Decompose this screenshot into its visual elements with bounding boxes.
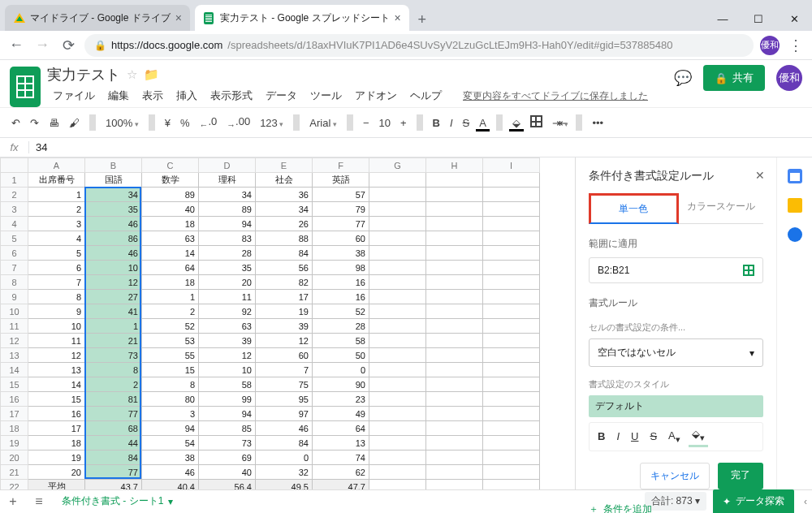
cell[interactable] [369, 480, 426, 490]
cell[interactable] [426, 231, 483, 246]
menu-view[interactable]: 表示 [136, 86, 169, 106]
cell[interactable]: 73 [85, 348, 142, 363]
cf-condition-dropdown[interactable]: 空白ではないセル ▾ [589, 338, 763, 367]
cell[interactable] [369, 363, 426, 377]
cell[interactable]: 64 [142, 261, 199, 275]
cell[interactable]: 58 [199, 377, 256, 392]
menu-format[interactable]: 表示形式 [205, 86, 258, 106]
row-header[interactable]: 11 [1, 319, 28, 334]
cell[interactable]: 84 [256, 246, 313, 261]
cell[interactable]: 54 [142, 436, 199, 450]
cell[interactable] [369, 188, 426, 202]
calendar-icon[interactable] [788, 169, 802, 183]
cell[interactable]: 38 [142, 450, 199, 465]
font-size-value[interactable]: 10 [375, 114, 393, 132]
cell[interactable] [426, 421, 483, 436]
column-header[interactable]: A [28, 158, 85, 173]
cell[interactable]: 11 [199, 290, 256, 304]
cell[interactable]: 69 [199, 450, 256, 465]
bold-button[interactable]: B [430, 114, 443, 132]
cell[interactable] [426, 319, 483, 334]
column-header[interactable]: F [313, 158, 369, 173]
cell[interactable] [483, 348, 540, 363]
header-cell[interactable]: 社会 [256, 173, 313, 188]
cf-range-input[interactable]: B2:B21 [589, 257, 763, 283]
cell[interactable] [369, 407, 426, 421]
spreadsheet-grid[interactable]: ABCDEFGHI1出席番号国語数学理科社会英語2134893436573235… [0, 157, 575, 489]
row-header[interactable]: 15 [1, 377, 28, 392]
cell[interactable]: 13 [28, 363, 85, 377]
header-cell[interactable]: 英語 [313, 173, 369, 188]
cell[interactable]: 89 [142, 188, 199, 202]
cell[interactable] [483, 480, 540, 490]
number-format-dropdown[interactable]: 123 [257, 114, 287, 132]
menu-addons[interactable]: アドオン [349, 86, 403, 106]
row-header[interactable]: 13 [1, 348, 28, 363]
cell[interactable]: 34 [256, 202, 313, 217]
undo-button[interactable]: ↶ [8, 114, 24, 132]
cell[interactable]: 1 [28, 188, 85, 202]
cell[interactable]: 17 [256, 290, 313, 304]
row-header[interactable]: 6 [1, 246, 28, 261]
cell[interactable]: 16 [28, 407, 85, 421]
cell[interactable]: 34 [85, 188, 142, 202]
cell[interactable] [483, 202, 540, 217]
cell[interactable]: 20 [28, 465, 85, 480]
cell[interactable] [483, 261, 540, 275]
close-panel-button[interactable]: ✕ [755, 169, 765, 182]
cell[interactable]: 2 [142, 304, 199, 319]
sheet-tab[interactable]: 条件付き書式 - シート1 ▾ [52, 489, 183, 513]
font-size-decrease[interactable]: − [360, 114, 373, 132]
cell[interactable]: 16 [313, 290, 369, 304]
cell[interactable]: 15 [142, 363, 199, 377]
cell[interactable]: 27 [85, 290, 142, 304]
cell[interactable]: 26 [256, 217, 313, 231]
cell[interactable]: 35 [85, 202, 142, 217]
cell[interactable] [369, 377, 426, 392]
minimize-button[interactable]: — [705, 6, 741, 31]
row-header[interactable]: 8 [1, 275, 28, 290]
cell[interactable] [369, 261, 426, 275]
cell[interactable]: 14 [142, 246, 199, 261]
cell[interactable]: 57 [313, 188, 369, 202]
menu-help[interactable]: ヘルプ [404, 86, 447, 106]
cell[interactable]: 49.5 [256, 480, 313, 490]
cell[interactable]: 92 [199, 304, 256, 319]
cell[interactable]: 43.7 [85, 480, 142, 490]
cell[interactable]: 1 [142, 290, 199, 304]
cell[interactable]: 44 [85, 436, 142, 450]
cell[interactable] [369, 421, 426, 436]
cell[interactable]: 46 [256, 421, 313, 436]
cell[interactable]: 23 [313, 392, 369, 407]
cell[interactable]: 90 [313, 377, 369, 392]
close-window-button[interactable]: ✕ [776, 6, 812, 31]
cell[interactable]: 49 [313, 407, 369, 421]
row-header[interactable]: 1 [1, 173, 28, 188]
cell[interactable]: 10 [199, 363, 256, 377]
cell[interactable] [426, 392, 483, 407]
cell[interactable]: 19 [28, 450, 85, 465]
cell[interactable] [369, 217, 426, 231]
row-header[interactable]: 14 [1, 363, 28, 377]
share-button[interactable]: 🔒 共有 [703, 65, 765, 91]
cell[interactable] [483, 407, 540, 421]
cell[interactable] [483, 377, 540, 392]
cell[interactable] [426, 348, 483, 363]
cell[interactable]: 12 [199, 348, 256, 363]
row-header[interactable]: 17 [1, 407, 28, 421]
cell[interactable]: 9 [28, 304, 85, 319]
cf-tab-single-color[interactable]: 単一色 [589, 193, 679, 224]
cell[interactable]: 60 [256, 348, 313, 363]
cell[interactable]: 58 [313, 334, 369, 348]
column-header[interactable]: H [426, 158, 483, 173]
cell[interactable]: 89 [199, 202, 256, 217]
cf-cancel-button[interactable]: キャンセル [640, 463, 710, 489]
cell[interactable] [369, 275, 426, 290]
header-cell[interactable]: 国語 [85, 173, 142, 188]
cell[interactable]: 12 [256, 334, 313, 348]
browser-tab-sheets[interactable]: 実力テスト - Google スプレッドシート × [195, 5, 409, 31]
cell[interactable]: 84 [256, 436, 313, 450]
cell[interactable]: 68 [85, 421, 142, 436]
back-button[interactable]: ← [6, 37, 26, 54]
print-button[interactable]: 🖶 [45, 114, 63, 132]
